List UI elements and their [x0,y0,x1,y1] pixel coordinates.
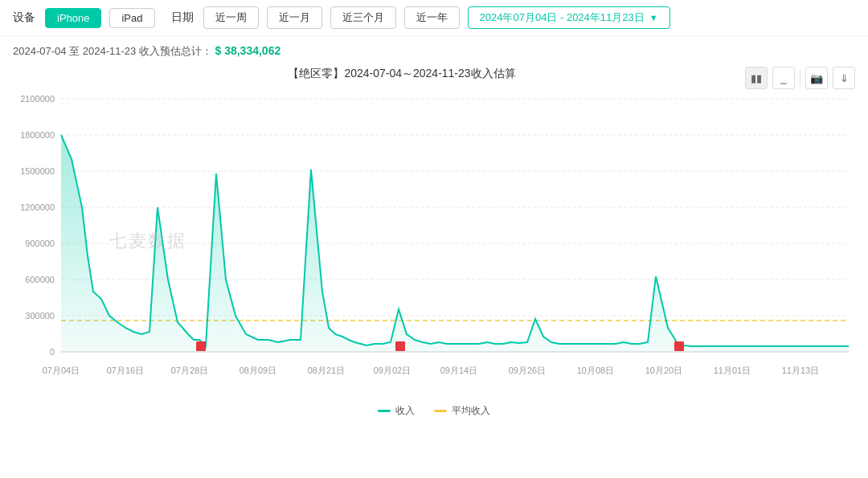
svg-text:11月01日: 11月01日 [714,366,751,375]
svg-text:300000: 300000 [25,311,55,321]
svg-text:09月14日: 09月14日 [440,366,477,375]
date-label: 日期 [171,10,194,25]
three-month-button[interactable]: 近三个月 [330,6,396,29]
revenue-dot [378,410,391,412]
revenue-label: 收入 [395,404,415,418]
svg-rect-31 [395,341,405,351]
svg-text:09月02日: 09月02日 [374,366,411,375]
toolbar: 设备 iPhone iPad 日期 近一周 近一月 近三个月 近一年 2024年… [0,0,868,36]
chart-container: 【绝区零】2024-07-04～2024-11-23收入估算 ▮▮ ⎯ 📷 ⇓ … [13,67,855,418]
svg-text:10月20日: 10月20日 [645,366,682,375]
svg-text:08月09日: 08月09日 [240,366,276,375]
chart-legend: 收入 平均收入 [13,404,855,418]
svg-text:1500000: 1500000 [20,166,55,176]
divider [800,70,800,86]
svg-text:10月08日: 10月08日 [577,366,614,375]
iphone-button[interactable]: iPhone [45,8,101,28]
svg-text:09月26日: 09月26日 [509,366,546,375]
month-button[interactable]: 近一月 [267,6,322,29]
svg-text:07月28日: 07月28日 [171,366,208,375]
svg-text:1800000: 1800000 [20,130,55,140]
chevron-down-icon: ▼ [649,13,658,22]
legend-revenue: 收入 [378,404,415,418]
summary-text: 2024-07-04 至 2024-11-23 收入预估总计： [13,45,212,57]
svg-text:1200000: 1200000 [20,202,55,212]
date-range-button[interactable]: 2024年07月04日 - 2024年11月23日 ▼ [468,6,670,29]
summary-row: 2024-07-04 至 2024-11-23 收入预估总计： $ 38,334… [0,36,868,67]
svg-rect-32 [674,341,684,351]
summary-amount: $ 38,334,062 [215,44,280,57]
svg-text:08月21日: 08月21日 [308,366,345,375]
chart-svg: 2100000 1800000 1500000 1200000 900000 6… [13,84,855,398]
device-label: 设备 [13,10,35,25]
svg-text:900000: 900000 [25,239,55,248]
svg-text:600000: 600000 [25,275,55,284]
ipad-button[interactable]: iPad [109,8,154,28]
avg-label: 平均收入 [452,404,490,418]
date-range-label: 2024年07月04日 - 2024年11月23日 [480,10,645,25]
svg-text:2100000: 2100000 [20,94,55,104]
chart-area: 七麦数据 2100000 1800000 1500000 1200000 900… [13,84,855,398]
chart-title: 【绝区零】2024-07-04～2024-11-23收入估算 [13,67,791,81]
svg-text:0: 0 [50,347,55,357]
avg-dot [434,410,447,412]
legend-avg: 平均收入 [434,404,490,418]
svg-rect-30 [196,341,206,351]
svg-text:11月13日: 11月13日 [782,366,819,375]
svg-text:07月04日: 07月04日 [43,366,80,375]
week-button[interactable]: 近一周 [203,6,259,29]
year-button[interactable]: 近一年 [404,6,460,29]
svg-text:07月16日: 07月16日 [107,366,144,375]
